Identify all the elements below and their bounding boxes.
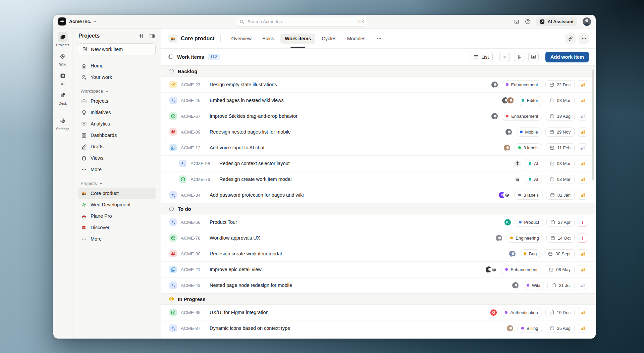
workspace-logo-icon[interactable] bbox=[58, 17, 66, 26]
workspace-name[interactable]: Acme Inc. bbox=[69, 19, 91, 24]
label-badge[interactable]: Engineering bbox=[506, 234, 543, 243]
assignee-avatar[interactable] bbox=[495, 234, 503, 242]
sidebar-item-home[interactable]: Home bbox=[78, 60, 156, 71]
due-date-badge[interactable]: 18 Aug bbox=[546, 112, 575, 121]
assignee-avatar[interactable] bbox=[491, 81, 498, 89]
assignee-avatar[interactable]: G bbox=[490, 309, 497, 316]
priority-high-icon[interactable] bbox=[578, 265, 587, 274]
sidebar-item-wed-development[interactable]: Wed Development bbox=[78, 199, 156, 210]
label-badge[interactable]: Authentication bbox=[501, 308, 542, 317]
work-item-row[interactable]: ACME-21 Improve epic detail view Enhance… bbox=[161, 262, 596, 278]
group-header-backlog[interactable]: Backlog bbox=[161, 65, 596, 77]
assignee-avatars[interactable] bbox=[501, 97, 514, 104]
search-input[interactable] bbox=[247, 19, 355, 24]
due-date-badge[interactable]: 29 Nov bbox=[545, 128, 575, 137]
analytics-button[interactable] bbox=[528, 52, 539, 62]
work-item-row[interactable]: ACME-23 Design empty state illustrations… bbox=[161, 77, 596, 93]
due-date-badge[interactable]: 27 Apr bbox=[546, 218, 575, 227]
priority-high-icon[interactable] bbox=[578, 159, 587, 168]
due-date-badge[interactable]: 03 Mar bbox=[546, 96, 575, 105]
due-date-badge[interactable]: 30 Sept bbox=[544, 249, 575, 258]
inbox-icon[interactable] bbox=[514, 19, 520, 24]
due-date-badge[interactable]: 21 Jul bbox=[547, 281, 575, 290]
work-item-row[interactable]: ACME-76 Redesign create work item modal … bbox=[161, 171, 596, 187]
sidebar-section-projects[interactable]: Projects bbox=[80, 181, 153, 186]
tab-modules[interactable]: Modules bbox=[343, 34, 370, 44]
due-date-badge[interactable]: 22 Dec bbox=[545, 80, 575, 89]
priority-high-icon[interactable] bbox=[578, 175, 587, 184]
tab-epics[interactable]: Epics bbox=[258, 34, 278, 44]
user-avatar[interactable] bbox=[583, 17, 591, 26]
work-item-row[interactable]: ACME-43 Nested page node redesign for mo… bbox=[161, 278, 596, 293]
assignee-avatars[interactable] bbox=[512, 282, 519, 289]
sidebar-item-more[interactable]: More bbox=[78, 164, 156, 175]
sidebar-item-drafts[interactable]: Drafts bbox=[78, 141, 156, 152]
label-badge[interactable]: Editor bbox=[518, 96, 542, 105]
work-item-row[interactable]: ACME-90 Redesign create work item modal … bbox=[161, 246, 596, 262]
work-item-row[interactable]: ACME-89 Redesign nested pages list for m… bbox=[161, 124, 596, 140]
sidebar-item-initiatives[interactable]: Initiatives bbox=[78, 107, 156, 118]
priority-medium-icon[interactable] bbox=[578, 281, 587, 290]
priority-high-icon[interactable] bbox=[578, 191, 587, 200]
new-work-item-button[interactable]: New work item bbox=[78, 43, 156, 55]
assignee-avatars[interactable] bbox=[495, 234, 503, 242]
assignee-avatar[interactable] bbox=[491, 112, 498, 120]
assignee-avatars[interactable] bbox=[485, 266, 498, 273]
priority-medium-icon[interactable] bbox=[578, 143, 587, 152]
due-date-badge[interactable]: 08 May bbox=[545, 265, 575, 274]
work-item-row[interactable]: ACME-65 UX/UI for Figma integration G Au… bbox=[161, 305, 596, 320]
assignee-avatars[interactable] bbox=[505, 128, 513, 136]
assignee-avatar[interactable] bbox=[503, 144, 511, 152]
sidebar-item-plane-pro[interactable]: Plane Pro bbox=[78, 210, 156, 222]
rail-item-projects[interactable]: Projects bbox=[56, 32, 69, 47]
tabs-overflow-icon[interactable] bbox=[372, 33, 386, 44]
priority-medium-icon[interactable] bbox=[578, 112, 587, 121]
work-item-row[interactable]: ACME-67 Improve Stickies drag-and-drop b… bbox=[161, 108, 596, 124]
assignee-avatar[interactable] bbox=[505, 128, 513, 136]
scrollbar[interactable] bbox=[592, 69, 594, 180]
due-date-badge[interactable]: 11 Feb bbox=[546, 143, 575, 152]
sidebar-item-core-product[interactable]: Core product bbox=[78, 188, 156, 199]
due-date-badge[interactable]: 03 Mar bbox=[546, 175, 575, 184]
rail-item-desk[interactable]: Desk bbox=[58, 90, 68, 105]
label-badge[interactable]: AI bbox=[525, 159, 542, 168]
group-header-in-progress[interactable]: In Progress bbox=[161, 293, 596, 305]
work-item-row[interactable]: ACME-78 Workflow approvals UX Engineerin… bbox=[161, 230, 596, 246]
label-badge[interactable]: 3 labels bbox=[514, 191, 543, 200]
assignee-avatars[interactable] bbox=[514, 175, 521, 183]
openai-logo-avatar[interactable] bbox=[514, 160, 521, 167]
work-item-row[interactable]: ACME-98 Redesign context selector layout… bbox=[161, 156, 596, 171]
cube-logo-avatar[interactable] bbox=[503, 191, 511, 199]
rail-item-wiki[interactable]: Wiki bbox=[58, 51, 68, 66]
work-item-row[interactable]: ACME-56 Product Tour K Product 27 Apr ! bbox=[161, 214, 596, 230]
cube-logo-avatar[interactable] bbox=[514, 175, 521, 183]
more-options-icon[interactable] bbox=[579, 34, 589, 44]
due-date-badge[interactable]: 03 Mar bbox=[546, 159, 575, 168]
add-work-item-button[interactable]: Add work item bbox=[545, 52, 589, 62]
ai-assistant-button[interactable]: AI Assistant bbox=[536, 17, 577, 26]
display-settings-button[interactable] bbox=[514, 52, 524, 62]
label-badge[interactable]: Bug bbox=[520, 249, 541, 258]
sidebar-item-projects[interactable]: Projects bbox=[78, 95, 156, 107]
sidebar-section-workspace[interactable]: Workspace bbox=[80, 89, 153, 94]
sidebar-item-analytics[interactable]: Analytics bbox=[78, 118, 156, 130]
sidebar-item-your-work[interactable]: Your work bbox=[78, 71, 156, 83]
priority-high-icon[interactable] bbox=[578, 324, 587, 333]
assignee-avatars[interactable] bbox=[506, 324, 514, 332]
label-badge[interactable]: Billing bbox=[517, 324, 542, 333]
label-badge[interactable]: Product bbox=[515, 218, 543, 227]
assignee-avatar[interactable] bbox=[508, 250, 516, 258]
work-item-row[interactable]: ACME-45 Embed pages in nested wiki views… bbox=[161, 93, 596, 108]
rail-item-settings[interactable]: Settings bbox=[56, 116, 69, 131]
rail-item-ai[interactable]: AI bbox=[58, 71, 68, 86]
priority-high-icon[interactable] bbox=[578, 308, 587, 317]
assignee-avatar[interactable]: K bbox=[504, 218, 512, 226]
assignee-avatars[interactable] bbox=[491, 112, 498, 120]
work-item-row[interactable]: ACME-87 Dynamic icons based on context t… bbox=[161, 320, 596, 336]
assignee-avatars[interactable] bbox=[514, 160, 521, 167]
assignee-avatar[interactable] bbox=[506, 324, 514, 332]
label-badge[interactable]: Enhancement bbox=[501, 265, 541, 274]
assignee-avatars[interactable]: G bbox=[490, 309, 497, 316]
work-item-row[interactable]: ACME-34 Add password protection for page… bbox=[161, 187, 596, 203]
tab-overview[interactable]: Overview bbox=[227, 34, 256, 44]
